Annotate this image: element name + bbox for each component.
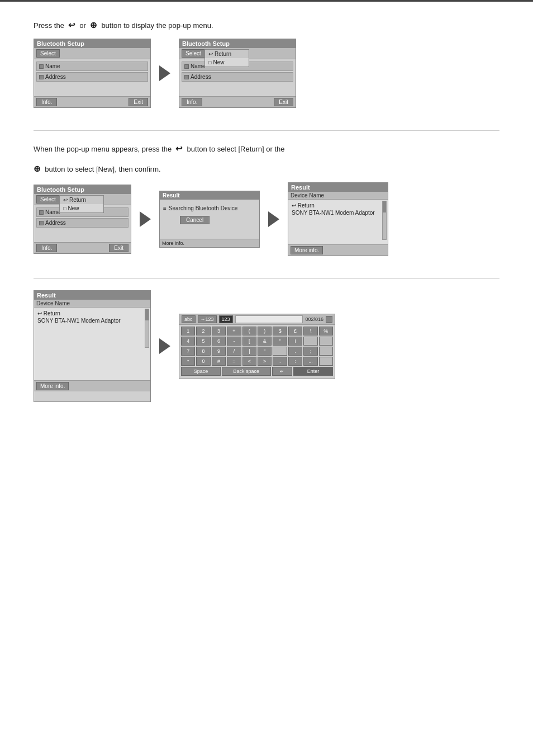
bt-screen1-exit-btn[interactable]: Exit [129, 98, 148, 106]
searching-label: Searching Bluetooth Device [169, 205, 237, 211]
result2-scrollbar[interactable] [145, 309, 149, 348]
key-8[interactable]: 8 [196, 347, 210, 356]
bt-screen2-select-btn[interactable]: Select [182, 49, 205, 58]
mode-abc-btn[interactable]: abc [182, 315, 196, 323]
key-slash[interactable]: / [227, 347, 241, 356]
result1-bottom: More info. [288, 244, 388, 256]
keyboard-scroll-icon[interactable] [326, 316, 332, 323]
key-dollar[interactable]: $ [273, 327, 287, 336]
key-rparen[interactable]: ) [258, 327, 272, 336]
result1-scroll-thumb [383, 201, 386, 212]
result1-title: Result [288, 183, 388, 192]
key-lbracket[interactable]: [ [242, 337, 256, 346]
bt-screen3-bottom-bar: Info. Exit [34, 242, 131, 253]
result1-return-item: ↩ Return [291, 202, 386, 209]
bt-screen3-select-btn[interactable]: Select [36, 195, 60, 204]
key-6[interactable]: 6 [212, 337, 226, 346]
result2-subheader: Device Name [34, 300, 150, 308]
result1-return-text: ↩ Return [292, 202, 315, 209]
bt-screen1-btn-row: Select [34, 48, 150, 59]
result1-scrollbar[interactable] [382, 201, 387, 240]
bt-screen1-name-item: Name [36, 62, 148, 71]
key-4[interactable]: 4 [181, 337, 195, 346]
plus-icon-2: ⊕ [34, 164, 41, 173]
key-amp[interactable]: & [258, 337, 272, 346]
section-1: Press the ↩ or ⊕ button to display the p… [34, 18, 499, 108]
address3-item-label: Address [45, 220, 66, 226]
bt-screen2-exit-btn[interactable]: Exit [274, 98, 293, 106]
arrow-right-icon-1 [159, 65, 170, 81]
bt-screen2-btn-row: Select Return New [179, 48, 296, 59]
key-pipe[interactable]: | [242, 347, 256, 356]
address-item-label: Address [45, 74, 66, 80]
bt-screen3-info-btn[interactable]: Info. [36, 244, 57, 252]
result2-title: Result [34, 291, 150, 300]
result2-more-btn[interactable]: More info. [36, 382, 69, 390]
result2-device-item[interactable]: SONY BTA-NW1 Modem Adaptor [36, 317, 148, 324]
key-dot[interactable]: . [288, 347, 302, 356]
dropdown3-new-item[interactable]: New [60, 204, 103, 212]
key-minus[interactable]: - [227, 337, 241, 346]
key-I[interactable]: I [288, 337, 302, 346]
key-3[interactable]: 3 [212, 327, 226, 336]
key-dot2[interactable]: . [273, 357, 287, 366]
bt-screen3-exit-btn[interactable]: Exit [109, 244, 129, 252]
keyboard-page-indicator: 002/016 [305, 316, 323, 322]
key-5[interactable]: 5 [196, 337, 210, 346]
dropdown-new-item[interactable]: New [205, 58, 249, 67]
key-gt[interactable]: > [258, 357, 272, 366]
key-enter-icon[interactable]: ↵ [272, 367, 292, 376]
key-backslash[interactable]: \ [303, 327, 317, 336]
result2-content: ↩ Return SONY BTA-NW1 Modem Adaptor [34, 308, 150, 380]
result2-device-text: SONY BTA-NW1 Modem Adaptor [37, 318, 121, 324]
key-dquote[interactable]: " [273, 337, 287, 346]
bt-screen2-info-btn[interactable]: Info. [182, 98, 202, 106]
key-percent[interactable]: % [319, 327, 333, 336]
arrow-4 [151, 338, 179, 354]
key-enter[interactable]: Enter [293, 367, 333, 376]
bt-screen1-title: Bluetooth Setup [34, 39, 150, 48]
dropdown-return-label: Return [215, 51, 231, 57]
key-lt[interactable]: < [242, 357, 256, 366]
name3-item-icon [39, 210, 44, 215]
key-2[interactable]: 2 [196, 327, 210, 336]
key-9[interactable]: 9 [212, 347, 226, 356]
key-dquote2[interactable]: " [258, 347, 272, 356]
key-eq[interactable]: = [227, 357, 241, 366]
mode-123-btn[interactable]: →123 [198, 315, 217, 323]
bt-screen1-select-btn[interactable]: Select [36, 49, 60, 58]
key-pound[interactable]: £ [288, 327, 302, 336]
key-colon[interactable]: : [288, 357, 302, 366]
name2-item-label: Name [191, 63, 206, 69]
key-1[interactable]: 1 [181, 327, 195, 336]
keyboard-keys-area: 1 2 3 + ( ) $ £ \ % 4 5 [179, 325, 335, 379]
key-space[interactable]: Space [181, 367, 221, 376]
key-lparen[interactable]: ( [242, 327, 256, 336]
section2-desc2: ⊕ button to select [New], then confirm. [34, 162, 499, 176]
keys-row-3: 7 8 9 / | " . ; [181, 347, 333, 356]
bt-screen-3: Bluetooth Setup Select Return New [34, 185, 131, 254]
key-star[interactable]: * [181, 357, 195, 366]
arrow-1 [151, 65, 179, 81]
bt-screen1-info-btn[interactable]: Info. [36, 98, 57, 106]
address-item-icon [39, 75, 44, 79]
key-backspace[interactable]: Back space [222, 367, 271, 376]
searching-more-label: More info. [162, 240, 184, 246]
keyboard-input[interactable] [235, 315, 303, 323]
bt-screen3-address-item: Address [36, 218, 129, 228]
result1-more-btn[interactable]: More info. [291, 246, 323, 254]
key-semicolon[interactable]: ; [303, 347, 317, 356]
name3-item-label: Name [45, 209, 60, 215]
dropdown3-return-item[interactable]: Return [60, 196, 103, 204]
bt-screen3-spacer [36, 229, 129, 240]
key-ellipsis[interactable]: ... [303, 357, 317, 366]
key-plus[interactable]: + [227, 327, 241, 336]
cancel-btn[interactable]: Cancel [180, 216, 210, 224]
section2-desc1: When the pop-up menu appears, press the … [34, 142, 499, 155]
key-0[interactable]: 0 [196, 357, 210, 366]
mode-active-btn[interactable]: 123 [219, 315, 233, 323]
dropdown-return-item[interactable]: Return [205, 50, 249, 58]
key-empty-r2b [319, 337, 333, 346]
key-7[interactable]: 7 [181, 347, 195, 356]
key-hash[interactable]: # [212, 357, 226, 366]
